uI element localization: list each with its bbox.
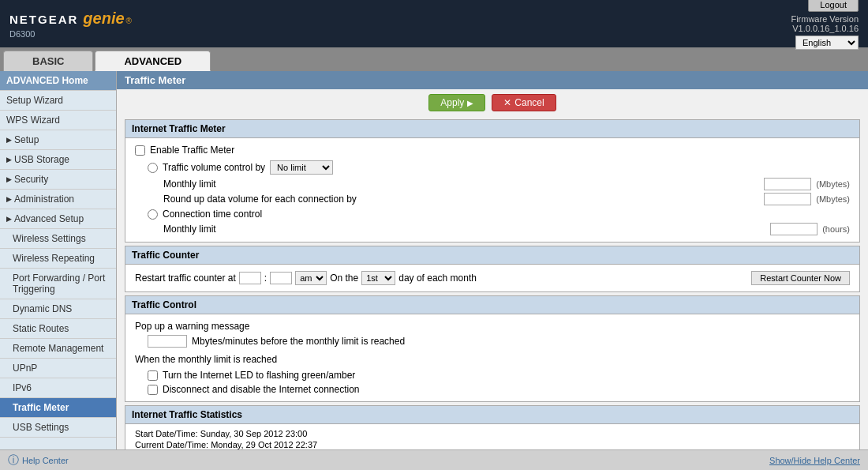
internet-traffic-meter-title: Internet Traffic Meter <box>125 120 859 138</box>
help-center-button[interactable]: Help Center <box>22 456 69 465</box>
sidebar-item-administration[interactable]: ▶Administration <box>0 190 116 209</box>
internet-traffic-meter-section: Internet Traffic Meter Enable Traffic Me… <box>125 119 860 243</box>
traffic-control-title: Traffic Control <box>125 296 859 314</box>
action-bar: Apply ▶ ✕Cancel <box>117 89 868 116</box>
warning-unit: Mbytes/minutes before the monthly limit … <box>192 336 405 347</box>
traffic-counter-section: Traffic Counter Restart traffic counter … <box>125 246 860 292</box>
day-suffix: day of each month <box>398 273 477 284</box>
traffic-counter-title: Traffic Counter <box>125 246 859 265</box>
sidebar-item-remote-management[interactable]: Remote Management <box>0 339 116 359</box>
time-hh-input[interactable]: 00 <box>239 272 261 284</box>
day-select[interactable]: 1st 2nd 3rd <box>361 271 395 285</box>
am-pm-select[interactable]: am pm <box>295 271 327 285</box>
traffic-volume-label: Traffic volume control by <box>163 162 265 173</box>
start-datetime: Start Date/Time: Sunday, 30 Sep 2012 23:… <box>135 429 850 438</box>
sidebar-item-port-forwarding[interactable]: Port Forwarding / Port Triggering <box>0 269 116 299</box>
netgear-logo: NETGEAR genie ® <box>9 9 132 28</box>
stats-title: Internet Traffic Statistics <box>125 406 859 424</box>
monthly-limit2-unit: (hours) <box>822 224 850 234</box>
bottom-bar: ⓘ Help Center Show/Hide Help Center <box>0 449 868 470</box>
sidebar-item-setup-wizard[interactable]: Setup Wizard <box>0 91 116 111</box>
traffic-control-section: Traffic Control Pop up a warning message… <box>125 295 860 402</box>
sidebar: ADVANCED Home Setup Wizard WPS Wizard ▶S… <box>0 71 117 470</box>
led-flashing-label: Turn the Internet LED to flashing green/… <box>163 370 355 381</box>
on-the-label: On the <box>330 273 358 284</box>
show-hide-help-link[interactable]: Show/Hide Help Center <box>769 456 860 465</box>
apply-button[interactable]: Apply ▶ <box>428 94 485 111</box>
enable-traffic-meter-checkbox[interactable] <box>135 145 145 156</box>
round-up-input[interactable]: 0 <box>764 193 811 205</box>
enable-traffic-meter-label: Enable Traffic Meter <box>150 145 234 156</box>
sidebar-item-advanced-home[interactable]: ADVANCED Home <box>0 71 116 91</box>
logout-button[interactable]: Logout <box>808 0 859 12</box>
sidebar-item-wireless-repeating[interactable]: Wireless Repeating <box>0 249 116 269</box>
sidebar-item-upnp[interactable]: UPnP <box>0 359 116 378</box>
when-limit-label: When the monthly limit is reached <box>135 354 277 365</box>
round-up-unit: (Mbytes) <box>816 194 850 204</box>
popup-warning-label: Pop up a warning message <box>135 321 249 332</box>
monthly-limit2-label: Monthly limit <box>163 224 216 235</box>
sidebar-item-dynamic-dns[interactable]: Dynamic DNS <box>0 299 116 319</box>
warning-input[interactable]: 0 <box>148 335 187 348</box>
monthly-limit-unit: (Mbytes) <box>816 179 850 189</box>
content-area: Traffic Meter Apply ▶ ✕Cancel Internet T… <box>117 71 868 470</box>
time-mm-input[interactable]: 00 <box>270 272 292 284</box>
current-datetime: Current Date/Time: Monday, 29 Oct 2012 2… <box>135 440 850 449</box>
traffic-volume-radio[interactable] <box>148 163 158 173</box>
sidebar-item-usb-settings[interactable]: USB Settings <box>0 418 116 438</box>
firmware-info: Firmware Version V1.0.0.16_1.0.16 <box>791 14 859 33</box>
sidebar-item-security[interactable]: ▶Security <box>0 170 116 190</box>
restart-counter-label: Restart traffic counter at <box>135 273 236 284</box>
device-model: D6300 <box>9 29 132 39</box>
tab-advanced[interactable]: ADVANCED <box>95 51 211 71</box>
sidebar-item-ipv6[interactable]: IPv6 <box>0 378 116 398</box>
sidebar-item-wireless-settings[interactable]: Wireless Settings <box>0 229 116 249</box>
disconnect-label: Disconnect and disable the Internet conn… <box>163 384 360 395</box>
connection-time-label: Connection time control <box>163 209 262 220</box>
help-icon: ⓘ <box>8 453 19 468</box>
page-title: Traffic Meter <box>117 71 868 89</box>
restart-counter-button[interactable]: Restart Counter Now <box>751 271 850 285</box>
monthly-limit-label: Monthly limit <box>163 179 216 190</box>
disconnect-checkbox[interactable] <box>148 385 158 395</box>
sidebar-item-static-routes[interactable]: Static Routes <box>0 319 116 339</box>
sidebar-item-traffic-meter[interactable]: Traffic Meter <box>0 398 116 418</box>
language-select[interactable]: English <box>795 36 859 50</box>
monthly-limit-input[interactable]: 0 <box>764 178 811 190</box>
cancel-button[interactable]: ✕Cancel <box>492 94 556 111</box>
sidebar-item-usb-storage[interactable]: ▶USB Storage <box>0 150 116 170</box>
led-flashing-checkbox[interactable] <box>148 370 158 381</box>
tab-basic[interactable]: BASIC <box>3 51 93 71</box>
monthly-limit2-input[interactable]: 0 <box>770 223 817 235</box>
sidebar-item-advanced-setup[interactable]: ▶Advanced Setup <box>0 209 116 229</box>
round-up-label: Round up data volume for each connection… <box>163 194 357 205</box>
sidebar-item-wps-wizard[interactable]: WPS Wizard <box>0 111 116 130</box>
sidebar-item-setup[interactable]: ▶Setup <box>0 130 116 150</box>
traffic-volume-select[interactable]: No limit <box>270 160 333 175</box>
connection-time-radio[interactable] <box>148 209 158 220</box>
